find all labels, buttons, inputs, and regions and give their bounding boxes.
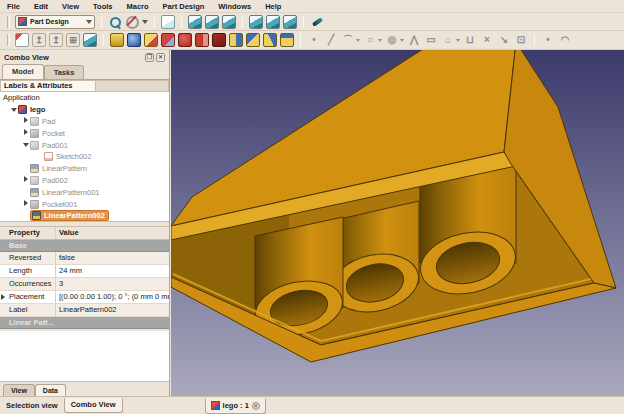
- top-view-icon[interactable]: [205, 15, 219, 29]
- draw-style-chevron-icon[interactable]: [142, 20, 148, 24]
- left-view-icon[interactable]: [283, 15, 297, 29]
- tab-view[interactable]: View: [3, 384, 35, 396]
- point-icon[interactable]: •: [307, 33, 321, 47]
- float-panel-icon[interactable]: ❐: [145, 53, 154, 62]
- hole-icon[interactable]: [161, 33, 175, 47]
- property-group-linear-pattern[interactable]: Linear Patt...: [0, 317, 169, 329]
- polyline-icon[interactable]: ⋀: [407, 33, 421, 47]
- export-icon[interactable]: ↥: [49, 33, 63, 47]
- tree-item-pad002[interactable]: Pad002: [0, 175, 169, 187]
- tree-item-pad[interactable]: Pad: [0, 116, 169, 128]
- menu-file[interactable]: File: [0, 0, 27, 13]
- tree-item-linearpattern002-selected[interactable]: LinearPattern002: [0, 210, 169, 222]
- tree-item-sketch002[interactable]: Sketch002: [0, 151, 169, 163]
- tab-combo-view[interactable]: Combo View: [64, 398, 123, 413]
- import-icon[interactable]: ↥: [32, 33, 46, 47]
- tab-selection-view[interactable]: Selection view: [0, 398, 64, 414]
- property-row-occurrences[interactable]: Occurrences 3: [0, 278, 169, 291]
- menu-tools[interactable]: Tools: [86, 0, 119, 13]
- boolean-icon[interactable]: [212, 33, 226, 47]
- menu-part-design[interactable]: Part Design: [156, 0, 212, 13]
- new-document-icon[interactable]: [15, 33, 29, 47]
- pad-feature-icon: [30, 176, 39, 185]
- property-row-length[interactable]: Length 24 mm: [0, 265, 169, 278]
- polygon-icon[interactable]: ⌂: [441, 33, 455, 47]
- arc-chevron-icon[interactable]: [356, 39, 360, 42]
- toolbar-grip[interactable]: [7, 34, 10, 46]
- tab-model[interactable]: Model: [2, 64, 44, 79]
- conic-chevron-icon[interactable]: [400, 39, 404, 42]
- tree-item-application[interactable]: Application: [0, 92, 169, 104]
- document-tab-lego[interactable]: lego : 1 ✕: [205, 398, 266, 414]
- property-editor-empty-area: [0, 331, 169, 382]
- rear-view-icon[interactable]: [249, 15, 263, 29]
- tree-item-pad001[interactable]: Pad001: [0, 139, 169, 151]
- conic-icon[interactable]: ◎: [385, 33, 399, 47]
- toolbar-separator: [534, 34, 535, 46]
- chamfer-icon[interactable]: [246, 33, 260, 47]
- tree-item-linearpattern001[interactable]: LinearPattern001: [0, 186, 169, 198]
- validate-sketch-icon[interactable]: ⊞: [66, 33, 80, 47]
- fillet-icon[interactable]: [229, 33, 243, 47]
- 3d-viewport[interactable]: [171, 50, 624, 396]
- right-view-icon[interactable]: [222, 15, 236, 29]
- pad-feature-icon: [30, 117, 39, 126]
- tree-item-lego[interactable]: lego: [0, 104, 169, 116]
- property-row-placement[interactable]: Placement [(0.00 0.00 1.00); 0 °; (0 mm …: [0, 291, 169, 304]
- expander-closed-icon[interactable]: [1, 294, 5, 300]
- pocket-icon[interactable]: [144, 33, 158, 47]
- circle-chevron-icon[interactable]: [378, 39, 382, 42]
- tree-item-pocket001[interactable]: Pocket001: [0, 198, 169, 210]
- menu-windows[interactable]: Windows: [211, 0, 258, 13]
- axonometric-view-icon[interactable]: [161, 15, 175, 29]
- pad-feature-icon: [30, 141, 39, 150]
- trim-icon[interactable]: ×: [480, 33, 494, 47]
- tree-header-label[interactable]: Labels & Attributes: [0, 80, 96, 92]
- additive-cylinder-icon[interactable]: [178, 33, 192, 47]
- close-document-icon[interactable]: ✕: [252, 402, 260, 410]
- toolbar-separator: [103, 34, 104, 46]
- tab-tasks[interactable]: Tasks: [44, 65, 85, 79]
- pocket-feature-icon: [30, 200, 39, 209]
- polygon-chevron-icon[interactable]: [456, 39, 460, 42]
- workbench-selector[interactable]: Part Design: [15, 15, 95, 29]
- fit-all-icon[interactable]: [108, 15, 122, 29]
- toolbar-grip[interactable]: [7, 16, 10, 28]
- revolution-icon[interactable]: [127, 33, 141, 47]
- property-group-base[interactable]: Base: [0, 240, 169, 252]
- menu-help[interactable]: Help: [258, 0, 288, 13]
- tree-item-linearpattern[interactable]: LinearPattern: [0, 163, 169, 175]
- selected-item-highlight: LinearPattern002: [30, 210, 109, 221]
- value-column-header[interactable]: Value: [56, 227, 169, 239]
- tab-data[interactable]: Data: [35, 384, 66, 396]
- groove-icon[interactable]: [195, 33, 209, 47]
- circle-icon[interactable]: ○: [363, 33, 377, 47]
- map-sketch-icon[interactable]: [83, 33, 97, 47]
- property-row-label[interactable]: Label LinearPattern002: [0, 304, 169, 317]
- front-view-icon[interactable]: [188, 15, 202, 29]
- line-icon[interactable]: ╱: [324, 33, 338, 47]
- property-row-reversed[interactable]: Reversed false: [0, 252, 169, 265]
- tree-item-pocket[interactable]: Pocket: [0, 127, 169, 139]
- extend-icon[interactable]: ↘: [497, 33, 511, 47]
- bottom-view-icon[interactable]: [266, 15, 280, 29]
- arc-icon[interactable]: ⌒: [341, 33, 355, 47]
- menu-macro[interactable]: Macro: [120, 0, 156, 13]
- close-panel-icon[interactable]: ✕: [156, 53, 165, 62]
- pad-icon[interactable]: [110, 33, 124, 47]
- menu-edit[interactable]: Edit: [27, 0, 55, 13]
- rectangle-icon[interactable]: ▭: [424, 33, 438, 47]
- toolbar-separator: [300, 34, 301, 46]
- measure-icon[interactable]: [310, 15, 324, 29]
- menu-view[interactable]: View: [55, 0, 86, 13]
- property-column-header[interactable]: Property: [0, 227, 56, 239]
- property-editor: Property Value Base Reversed false Lengt…: [0, 227, 169, 329]
- slot-icon[interactable]: ⊔: [463, 33, 477, 47]
- construction-arc-icon[interactable]: ◠: [558, 33, 572, 47]
- external-geometry-icon[interactable]: ⊡: [514, 33, 528, 47]
- 3d-scene[interactable]: [171, 50, 624, 396]
- draft-icon[interactable]: [263, 33, 277, 47]
- thickness-icon[interactable]: [280, 33, 294, 47]
- construction-point-icon[interactable]: •: [541, 33, 555, 47]
- draw-style-icon[interactable]: [125, 15, 139, 29]
